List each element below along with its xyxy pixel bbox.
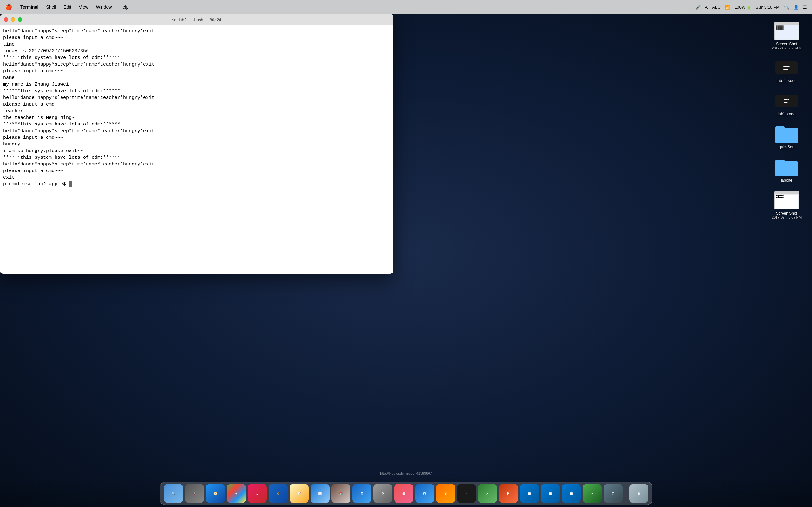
lab1code2-icon: ▬▬▬▬▬ (774, 92, 799, 111)
dock-item-trash[interactable]: 🗑 (629, 484, 648, 503)
quicksort-folder-icon (774, 124, 799, 144)
menubar-help[interactable]: Help (116, 4, 132, 10)
desktop-icon-lab1code2[interactable]: ▬▬▬▬▬ lab1_code (764, 89, 809, 119)
battery-status: 100% 🔋 (734, 5, 751, 9)
desktop: 🍎 Terminal Shell Edit View Window Help 🎤… (0, 0, 812, 507)
quicksort-label: quickSort (779, 145, 795, 149)
maximize-button[interactable] (18, 17, 22, 22)
dock-item-ppt[interactable]: P (499, 484, 518, 503)
dock-item-windows3[interactable]: ⊞ (562, 484, 581, 503)
dock-item-xcode[interactable]: ⚒ (352, 484, 371, 503)
screenshot1-sublabel: 2017-08-...2.28 AM (772, 46, 802, 50)
lab1code2-label: lab1_code (778, 112, 795, 116)
desktop-icon-screenshot1[interactable]: ████████████ ████████████ ████████████ █… (764, 19, 809, 53)
dock-item-terminal[interactable]: >_ (457, 484, 476, 503)
desktop-icon-lab1code1[interactable]: ▬▬▬▬▬▬▬ lab_1_code (764, 56, 809, 86)
apple-menu[interactable]: 🍎 (5, 3, 12, 10)
desktop-icon-quicksort[interactable]: quickSort (764, 122, 809, 152)
screenshot1-label: Screen Shot (776, 42, 797, 46)
dock-item-finder[interactable]: 🔍 (164, 484, 183, 503)
lab1code1-label: lab_1_code (777, 78, 797, 83)
desktop-icons-panel: ████████████ ████████████ ████████████ █… (761, 16, 812, 228)
wifi-icon: 📶 (725, 5, 730, 9)
status-link: http://blog.csdn.net/qq_41369867 (380, 471, 432, 475)
dock-item-safari[interactable]: 🧭 (206, 484, 225, 503)
screenshot2-label: Screen Shot (776, 211, 797, 216)
abc-label: ABC (712, 5, 721, 9)
menubar-edit[interactable]: Edit (60, 4, 74, 10)
dock-item-windows[interactable]: ⊞ (520, 484, 539, 503)
dock-item-system[interactable]: ⚙ (373, 484, 392, 503)
screenshot2-icon: ████████████ █ █ ████████████ (774, 191, 799, 210)
search-icon[interactable]: 🔍 (784, 5, 789, 9)
dock-item-music[interactable]: ♫ (248, 484, 267, 503)
dock-item-chrome[interactable]: ● (227, 484, 246, 503)
labone-folder-icon (774, 158, 799, 177)
labone-label: labone (781, 178, 792, 182)
dock-inner: 🔍🚀🧭●♫🐧📝📊📚⚒⚙🖼WS>_XP⊞⊞⊞✓?🗑 (160, 482, 653, 505)
close-button[interactable] (4, 17, 8, 22)
dock-separator (626, 487, 626, 503)
menubar-right: 🎤 A ABC 📶 100% 🔋 Sun 3:16 PM 🔍 👤 ☰ (696, 5, 807, 9)
menubar: 🍎 Terminal Shell Edit View Window Help 🎤… (0, 0, 812, 14)
screenshot2-sublabel: 2017-09-...0.07 PM (772, 216, 802, 219)
minimize-button[interactable] (11, 17, 15, 22)
terminal-title: se_lab2 — -bash — 80×24 (172, 17, 221, 22)
dock-item-word[interactable]: W (415, 484, 434, 503)
desktop-icon-labone[interactable]: labone (764, 155, 809, 185)
dock-item-qq[interactable]: 🐧 (269, 484, 288, 503)
terminal-titlebar: se_lab2 — -bash — 80×24 (0, 14, 393, 25)
dock-item-excel[interactable]: X (478, 484, 497, 503)
menubar-view[interactable]: View (76, 4, 92, 10)
dock-item-unknown[interactable]: ? (604, 484, 623, 503)
text-icon: A (705, 5, 708, 9)
menubar-shell[interactable]: Shell (43, 4, 59, 10)
terminal-cursor (69, 181, 72, 187)
terminal-body[interactable]: hello*dance*happy*sleep*time*name*teache… (0, 25, 393, 274)
dock-item-preview[interactable]: 🖼 (394, 484, 413, 503)
dictation-icon: 🎤 (696, 5, 701, 9)
dock-item-task[interactable]: ✓ (583, 484, 602, 503)
dock-item-notes[interactable]: 📝 (290, 484, 309, 503)
dock-item-sublime[interactable]: S (436, 484, 455, 503)
menubar-window[interactable]: Window (93, 4, 115, 10)
terminal-window: se_lab2 — -bash — 80×24 hello*dance*happ… (0, 14, 393, 274)
dock-item-launchpad[interactable]: 🚀 (185, 484, 204, 503)
menubar-items: Terminal Shell Edit View Window Help (17, 4, 132, 10)
clock: Sun 3:16 PM (756, 5, 780, 9)
dock-item-ibooks[interactable]: 📚 (332, 484, 351, 503)
dock-item-windows2[interactable]: ⊞ (541, 484, 560, 503)
desktop-icon-screenshot2[interactable]: ████████████ █ █ ████████████ Screen Sho… (764, 188, 809, 222)
lab1code1-icon: ▬▬▬▬▬▬▬ (774, 58, 799, 77)
control-icon[interactable]: ☰ (803, 5, 807, 9)
menubar-terminal[interactable]: Terminal (17, 4, 42, 10)
dock-item-keynote[interactable]: 📊 (310, 484, 329, 503)
screenshot1-icon: ████████████ ████████████ ████████████ █… (774, 21, 799, 41)
dock: 🔍🚀🧭●♫🐧📝📊📚⚒⚙🖼WS>_XP⊞⊞⊞✓?🗑 (0, 475, 812, 507)
user-avatar: 👤 (794, 5, 799, 9)
